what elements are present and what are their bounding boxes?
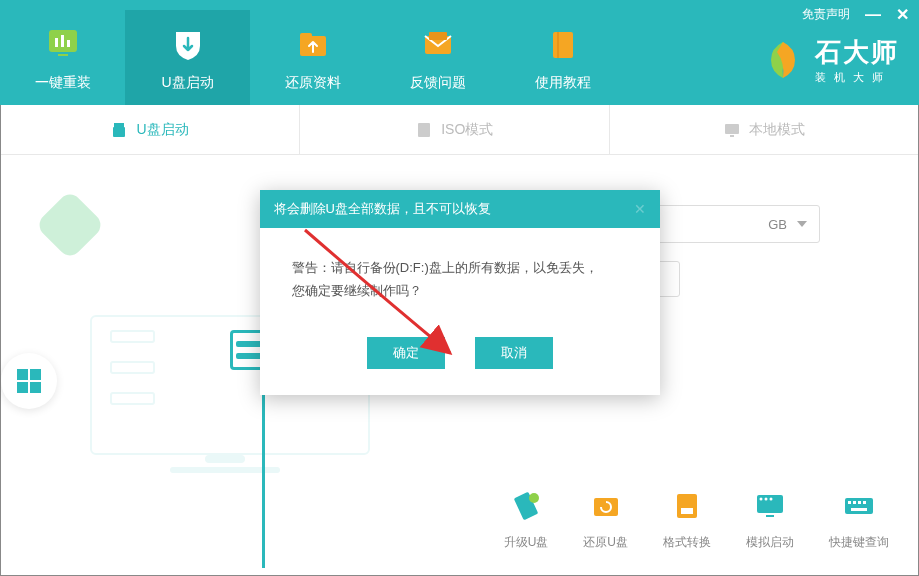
dialog-title-bar: 将会删除U盘全部数据，且不可以恢复 ✕ (260, 190, 660, 228)
confirm-dialog: 将会删除U盘全部数据，且不可以恢复 ✕ 警告：请自行备份(D:F:)盘上的所有数… (260, 190, 660, 395)
dialog-cancel-button[interactable]: 取消 (475, 337, 553, 369)
modal-overlay: 将会删除U盘全部数据，且不可以恢复 ✕ 警告：请自行备份(D:F:)盘上的所有数… (0, 0, 919, 576)
dialog-close-button[interactable]: ✕ (634, 201, 646, 217)
dialog-ok-button[interactable]: 确定 (367, 337, 445, 369)
dialog-message: 警告：请自行备份(D:F:)盘上的所有数据，以免丢失， 您确定要继续制作吗？ (260, 228, 660, 319)
